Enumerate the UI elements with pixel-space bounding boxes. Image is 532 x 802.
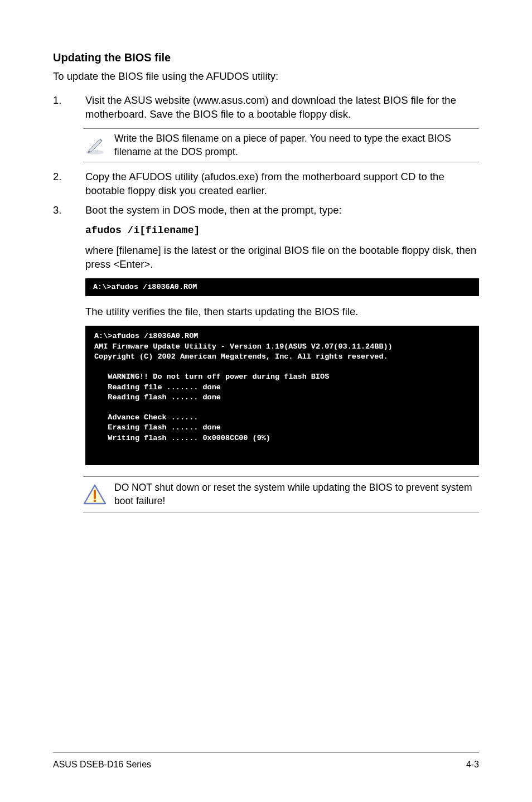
footer-product: ASUS DSEB-D16 Series (53, 758, 151, 771)
step-3: 3. Boot the system in DOS mode, then at … (53, 204, 479, 218)
step-2-text: Copy the AFUDOS utility (afudos.exe) fro… (85, 170, 479, 198)
page-footer: ASUS DSEB-D16 Series 4-3 (53, 752, 479, 771)
terminal-output-small: A:\>afudos /i8036A0.ROM (85, 278, 479, 296)
terminal-output-large: A:\>afudos /i8036A0.ROM AMI Firmware Upd… (85, 326, 479, 465)
section-heading: Updating the BIOS file (53, 50, 479, 65)
command-line: afudos /i[filename] (85, 225, 200, 236)
where-text: where [filename] is the latest or the or… (85, 244, 479, 272)
step-2: 2. Copy the AFUDOS utility (afudos.exe) … (53, 170, 479, 198)
warning-icon (83, 484, 114, 506)
note-box: Write the BIOS filename on a piece of pa… (83, 128, 479, 162)
step-1: 1. Visit the ASUS website (www.asus.com)… (53, 94, 479, 122)
note-text: Write the BIOS filename on a piece of pa… (114, 132, 479, 158)
pencil-icon (83, 132, 114, 156)
step-2-number: 2. (53, 170, 85, 198)
footer-page-number: 4-3 (466, 758, 479, 771)
step-1-text: Visit the ASUS website (www.asus.com) an… (85, 94, 479, 122)
step-3-text: Boot the system in DOS mode, then at the… (85, 204, 479, 218)
svg-point-6 (94, 500, 96, 503)
warning-box: DO NOT shut down or reset the system whi… (83, 476, 479, 513)
intro-text: To update the BIOS file using the AFUDOS… (53, 70, 479, 84)
steps-list: 1. Visit the ASUS website (www.asus.com)… (53, 94, 479, 122)
step-1-number: 1. (53, 94, 85, 122)
warning-text: DO NOT shut down or reset the system whi… (114, 481, 479, 508)
verify-text: The utility verifies the file, then star… (85, 305, 479, 319)
step-3-number: 3. (53, 204, 85, 218)
steps-list-cont: 2. Copy the AFUDOS utility (afudos.exe) … (53, 170, 479, 218)
